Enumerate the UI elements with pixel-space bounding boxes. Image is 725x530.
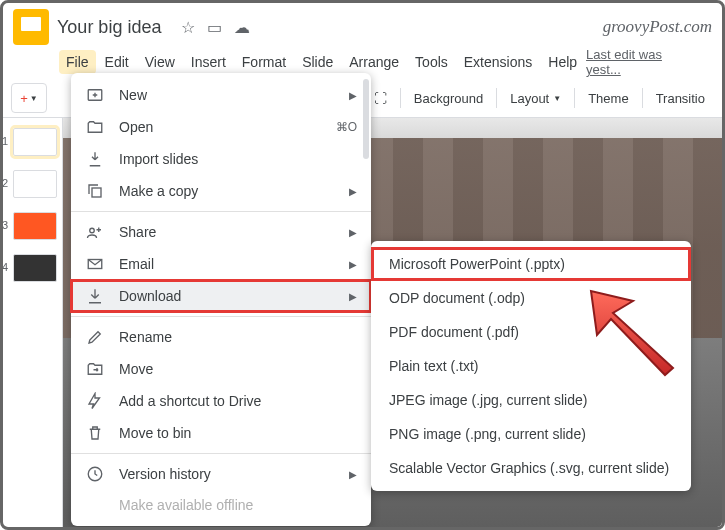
last-edit-link[interactable]: Last edit was yest... <box>586 47 666 77</box>
cloud-icon[interactable]: ☁ <box>234 18 250 37</box>
separator <box>71 316 371 317</box>
download-pptx[interactable]: Microsoft PowerPoint (.pptx) <box>371 247 691 281</box>
file-rename[interactable]: Rename <box>71 321 371 353</box>
submenu-arrow-icon: ▶ <box>349 90 357 101</box>
dropdown-caret-icon: ▼ <box>30 94 38 103</box>
file-bin[interactable]: Move to bin <box>71 417 371 449</box>
plus-icon: + <box>20 91 28 106</box>
new-slide-button[interactable]: + ▼ <box>11 83 47 113</box>
submenu-arrow-icon: ▶ <box>349 227 357 238</box>
submenu-arrow-icon: ▶ <box>349 259 357 270</box>
file-email[interactable]: Email ▶ <box>71 248 371 280</box>
copy-icon <box>85 182 105 200</box>
menu-insert[interactable]: Insert <box>184 50 233 74</box>
slide-thumb[interactable]: 1 <box>13 128 57 156</box>
file-move[interactable]: Move <box>71 353 371 385</box>
separator <box>71 211 371 212</box>
title-actions: ☆ ▭ ☁ <box>181 18 250 37</box>
download-jpeg[interactable]: JPEG image (.jpg, current slide) <box>371 383 691 417</box>
scrollbar[interactable] <box>363 79 369 159</box>
background-button[interactable]: Background <box>405 86 492 111</box>
divider <box>496 88 497 108</box>
file-offline: Make available offline <box>71 490 371 520</box>
file-import[interactable]: Import slides <box>71 143 371 175</box>
watermark: groovyPost.com <box>603 17 712 37</box>
divider <box>574 88 575 108</box>
share-icon <box>85 223 105 241</box>
menu-arrange[interactable]: Arrange <box>342 50 406 74</box>
file-download[interactable]: Download ▶ <box>71 280 371 312</box>
menu-file[interactable]: File <box>59 50 96 74</box>
menu-edit[interactable]: Edit <box>98 50 136 74</box>
star-icon[interactable]: ☆ <box>181 18 195 37</box>
submenu-arrow-icon: ▶ <box>349 186 357 197</box>
file-copy[interactable]: Make a copy ▶ <box>71 175 371 207</box>
email-icon <box>85 255 105 273</box>
divider <box>400 88 401 108</box>
menu-tools[interactable]: Tools <box>408 50 455 74</box>
trash-icon <box>85 424 105 442</box>
drive-shortcut-icon <box>85 392 105 410</box>
doc-title[interactable]: Your big idea <box>57 17 161 38</box>
slide-thumb[interactable]: 3 <box>13 212 57 240</box>
rename-icon <box>85 328 105 346</box>
move-folder-icon[interactable]: ▭ <box>207 18 222 37</box>
download-png[interactable]: PNG image (.png, current slide) <box>371 417 691 451</box>
menu-slide[interactable]: Slide <box>295 50 340 74</box>
slide-thumb[interactable]: 2 <box>13 170 57 198</box>
submenu-arrow-icon: ▶ <box>349 469 357 480</box>
download-txt[interactable]: Plain text (.txt) <box>371 349 691 383</box>
svg-point-4 <box>90 228 95 233</box>
file-share[interactable]: Share ▶ <box>71 216 371 248</box>
divider <box>642 88 643 108</box>
file-version[interactable]: Version history ▶ <box>71 458 371 490</box>
file-open[interactable]: Open ⌘O <box>71 111 371 143</box>
separator <box>71 453 371 454</box>
transition-button[interactable]: Transitio <box>647 86 714 111</box>
download-pdf[interactable]: PDF document (.pdf) <box>371 315 691 349</box>
history-icon <box>85 465 105 483</box>
slide-panel: 1 2 3 4 <box>3 118 63 530</box>
layout-button[interactable]: Layout ▼ <box>501 86 570 111</box>
slides-logo-icon <box>13 9 49 45</box>
menu-format[interactable]: Format <box>235 50 293 74</box>
submenu-arrow-icon: ▶ <box>349 291 357 302</box>
file-new[interactable]: New ▶ <box>71 79 371 111</box>
add-slide-icon <box>85 86 105 104</box>
menu-extensions[interactable]: Extensions <box>457 50 539 74</box>
import-icon <box>85 150 105 168</box>
folder-icon <box>85 118 105 136</box>
slide-thumb[interactable]: 4 <box>13 254 57 282</box>
menu-help[interactable]: Help <box>541 50 584 74</box>
move-icon <box>85 360 105 378</box>
file-menu-dropdown: New ▶ Open ⌘O Import slides Make a copy … <box>71 73 371 526</box>
chevron-down-icon: ▼ <box>553 94 561 103</box>
file-shortcut[interactable]: Add a shortcut to Drive <box>71 385 371 417</box>
download-submenu: Microsoft PowerPoint (.pptx) ODP documen… <box>371 241 691 491</box>
download-odp[interactable]: ODP document (.odp) <box>371 281 691 315</box>
theme-button[interactable]: Theme <box>579 86 637 111</box>
menu-view[interactable]: View <box>138 50 182 74</box>
app-header: Your big idea ☆ ▭ ☁ groovyPost.com <box>3 3 722 45</box>
download-icon <box>85 287 105 305</box>
download-svg[interactable]: Scalable Vector Graphics (.svg, current … <box>371 451 691 485</box>
svg-rect-3 <box>92 188 101 197</box>
